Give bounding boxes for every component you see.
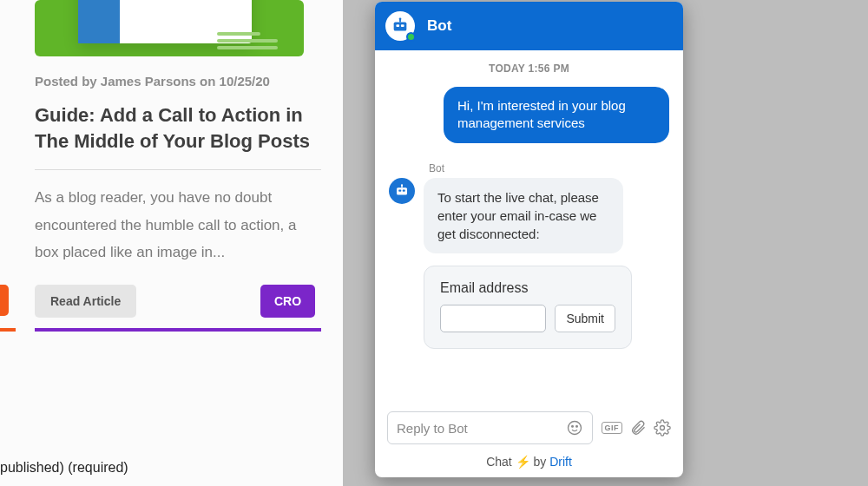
bolt-icon: ⚡ [516, 455, 530, 469]
svg-rect-5 [397, 187, 407, 194]
form-label-fragment: published) (required) [0, 460, 128, 476]
svg-rect-2 [401, 24, 404, 27]
svg-point-13 [661, 426, 665, 430]
tag-sliver [0, 285, 9, 316]
email-input[interactable] [440, 305, 546, 332]
svg-point-11 [571, 426, 573, 428]
orange-underline [0, 328, 16, 332]
drift-link[interactable]: Drift [549, 455, 572, 469]
email-prompt-card: Email address Submit [424, 266, 632, 349]
attachment-icon[interactable] [629, 419, 647, 437]
bot-avatar [385, 11, 415, 41]
emoji-icon[interactable] [566, 419, 583, 437]
chat-title: Bot [427, 17, 451, 35]
chat-footer: Chat ⚡ by Drift [375, 444, 683, 477]
bot-icon [394, 183, 410, 199]
cro-tag-button[interactable]: CRO [260, 285, 315, 318]
sender-label: Bot [429, 162, 669, 174]
blog-card: Posted by James Parsons on 10/25/20 Guid… [0, 0, 343, 486]
gif-button[interactable]: GIF [602, 422, 623, 434]
chat-timestamp: TODAY 1:56 PM [389, 62, 669, 75]
svg-point-12 [575, 426, 577, 428]
svg-rect-1 [396, 24, 399, 27]
svg-rect-7 [403, 189, 405, 191]
reply-input[interactable] [397, 421, 566, 436]
svg-rect-6 [398, 189, 401, 191]
svg-point-9 [401, 184, 403, 186]
gear-icon[interactable] [654, 419, 671, 437]
chat-input-bar: GIF [375, 403, 683, 444]
chat-body: TODAY 1:56 PM Hi, I'm interested in your… [375, 50, 683, 403]
bot-avatar-small [389, 178, 415, 204]
divider [35, 169, 321, 170]
post-excerpt: As a blog reader, you have no doubt enco… [35, 184, 321, 266]
submit-button[interactable]: Submit [555, 305, 615, 332]
svg-rect-0 [394, 22, 407, 30]
purple-underline [35, 328, 321, 332]
footer-prefix: Chat [486, 455, 512, 469]
post-meta: Posted by James Parsons on 10/25/20 [35, 74, 321, 89]
user-message: Hi, I'm interested in your blog manageme… [444, 87, 669, 143]
svg-point-4 [399, 17, 402, 20]
chat-widget: Bot TODAY 1:56 PM Hi, I'm interested in … [375, 2, 683, 477]
post-thumbnail[interactable] [35, 0, 304, 56]
footer-by: by [534, 455, 547, 469]
svg-point-10 [568, 422, 581, 435]
bot-message: To start the live chat, please enter you… [424, 178, 623, 253]
email-label: Email address [440, 280, 615, 296]
status-online-dot [406, 32, 416, 42]
reply-wrap[interactable] [387, 411, 593, 444]
read-article-button[interactable]: Read Article [35, 285, 136, 318]
post-title[interactable]: Guide: Add a Call to Action in The Middl… [35, 102, 321, 154]
chat-header: Bot [375, 2, 683, 50]
